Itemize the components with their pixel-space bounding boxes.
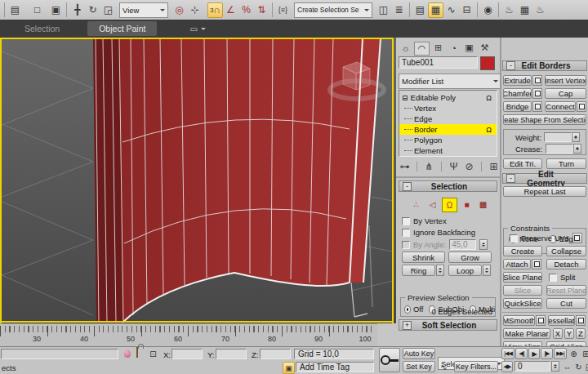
stack-row-element[interactable]: Element [399, 145, 497, 156]
ring-spinner[interactable] [436, 265, 444, 276]
extrude-button[interactable]: Extrude [503, 75, 532, 86]
edge-subobject-icon[interactable]: ◁ [425, 198, 439, 211]
notification-balloon-icon[interactable] [124, 350, 131, 358]
remove-modifier-icon[interactable]: ⊘ [463, 161, 475, 172]
make-planar-z-button[interactable]: Z [576, 328, 586, 339]
soft-selection-rollout-header[interactable]: + Soft Selection [399, 319, 497, 331]
set-keys-button[interactable] [379, 348, 400, 372]
maxscript-mini-listener[interactable] [1, 349, 118, 359]
named-selection-sets-dropdown[interactable]: Create Selection Se [294, 2, 372, 18]
zoom-icon[interactable]: ⊕ [568, 348, 580, 359]
slice-button[interactable]: Slice [503, 285, 542, 296]
modify-tab-icon[interactable]: ◠ [414, 42, 430, 56]
make-planar-x-button[interactable]: X [553, 328, 563, 339]
edit-tri-button[interactable]: Edit Tri. [503, 158, 542, 169]
select-and-scale-icon[interactable]: ◲ [100, 2, 116, 18]
preserve-uvs-settings-button[interactable] [572, 233, 582, 243]
quickslice-button[interactable]: QuickSlice [503, 298, 542, 309]
goto-start-button[interactable]: |◀◀ [501, 348, 514, 359]
loop-button[interactable]: Loop [448, 265, 482, 276]
frame-spinner[interactable] [551, 361, 559, 372]
mirror-icon[interactable]: ◫ [376, 2, 391, 18]
preserve-uvs-checkbox[interactable] [510, 234, 518, 243]
attach-button[interactable]: Attach [503, 259, 531, 269]
previous-frame-button[interactable]: ◀|| [515, 348, 528, 359]
crease-field[interactable] [546, 144, 573, 154]
crease-spinner[interactable] [573, 144, 581, 154]
rendered-frame-window-icon[interactable]: ▦ [517, 2, 532, 18]
render-setup-icon[interactable]: ♨ [501, 2, 517, 18]
create-tab-icon[interactable]: ☼ [399, 42, 412, 54]
tessellate-button[interactable]: Tessellate [548, 315, 575, 326]
connect-settings-button[interactable] [577, 101, 586, 112]
pan-icon[interactable]: ⇔ [561, 361, 573, 372]
display-tab-icon[interactable]: ▣ [462, 42, 476, 54]
create-shape-button[interactable]: Create Shape From Selection [503, 114, 586, 125]
split-checkbox[interactable] [549, 274, 557, 282]
reference-coordinate-dropdown[interactable]: View [119, 2, 168, 18]
next-frame-button[interactable]: ||▶ [541, 348, 553, 359]
time-tag-icon[interactable]: ▣ [283, 362, 295, 374]
auto-key-button[interactable]: Auto Key [403, 348, 435, 359]
select-and-rotate-icon[interactable]: ↻ [85, 2, 100, 18]
configure-modifier-sets-icon[interactable]: ⊞ [488, 161, 500, 172]
play-button[interactable]: ▶ [528, 348, 540, 359]
weight-spinner[interactable] [572, 132, 580, 142]
rectangular-selection-icon[interactable]: □ [29, 2, 45, 18]
spinner-snap-icon[interactable]: ⇅ [254, 2, 270, 18]
stack-row-edge[interactable]: Edge [399, 114, 497, 124]
ring-button[interactable]: Ring [402, 265, 435, 276]
material-editor-icon[interactable]: ◉ [480, 2, 496, 18]
chamfer-settings-button[interactable] [532, 88, 542, 99]
bridge-button[interactable]: Bridge [503, 101, 532, 112]
cap-button[interactable]: Cap [545, 88, 586, 99]
y-coordinate-field[interactable] [216, 349, 247, 359]
tessellate-settings-button[interactable] [576, 315, 586, 326]
current-frame-field[interactable]: 0 [514, 361, 550, 372]
goto-end-button[interactable]: ▶▶| [554, 348, 567, 359]
timeline-ruler[interactable]: 30 40 50 60 70 80 90 100 [0, 323, 377, 347]
create-button[interactable]: Create [503, 246, 542, 256]
key-filters-button[interactable]: Key Filters... [454, 361, 498, 372]
make-planar-y-button[interactable]: Y [564, 328, 574, 339]
utilities-tab-icon[interactable]: ⚒ [478, 42, 492, 54]
turn-button[interactable]: Turn [546, 158, 586, 169]
ribbon-minimize-button[interactable]: ▭ [189, 24, 205, 33]
pin-stack-icon[interactable]: ⊶ [399, 161, 411, 172]
reset-plane-button[interactable]: Reset Plane [546, 285, 586, 296]
zoom-extents-all-icon[interactable]: ⊞ [580, 348, 588, 359]
layer-manager-icon[interactable]: ▤ [412, 2, 428, 18]
cut-button[interactable]: Cut [546, 298, 586, 309]
tab-selection[interactable]: Selection [13, 21, 71, 36]
hierarchy-tab-icon[interactable]: ⊞ [431, 42, 445, 54]
msmooth-button[interactable]: MSmooth [503, 315, 535, 326]
add-time-tag[interactable]: Add Time Tag [296, 362, 374, 372]
loop-spinner[interactable] [483, 265, 491, 276]
edit-borders-rollout-header[interactable]: - Edit Borders [502, 60, 587, 71]
render-production-icon[interactable]: ♨ [532, 2, 548, 18]
edit-named-selection-sets-icon[interactable]: {≡} [275, 2, 291, 18]
bridge-settings-button[interactable] [532, 101, 542, 112]
ignore-backfacing-checkbox[interactable] [402, 229, 410, 237]
graphite-ribbon-toggle-icon[interactable]: ▦ [428, 2, 443, 18]
chamfer-button[interactable]: Chamfer [503, 88, 532, 99]
schematic-view-icon[interactable]: ⊟ [459, 2, 474, 18]
vertex-subobject-icon[interactable]: ∴ [409, 198, 423, 211]
select-by-name-icon[interactable]: ▤ [7, 2, 23, 18]
motion-tab-icon[interactable]: ◔ [447, 42, 461, 54]
border-subobject-icon[interactable]: Ω [442, 198, 457, 212]
z-coordinate-field[interactable] [260, 349, 291, 359]
collapse-button[interactable]: Collapse [546, 246, 586, 256]
stack-row-vertex[interactable]: Vertex [399, 103, 497, 114]
edit-geometry-rollout-header[interactable]: - Edit Geometry [502, 173, 587, 184]
curve-editor-icon[interactable]: ∿ [443, 2, 459, 18]
msmooth-settings-button[interactable] [536, 315, 546, 326]
use-pivot-center-icon[interactable]: ◎ [172, 2, 187, 18]
stack-row-editable-poly[interactable]: ⊟ Editable Poly Ω [399, 92, 497, 103]
by-angle-spinner[interactable] [479, 239, 488, 250]
select-and-move-icon[interactable]: ╋ [69, 2, 85, 18]
by-angle-field[interactable]: 45,0 [449, 239, 476, 250]
key-mode-toggle[interactable]: ◀▶ [501, 361, 513, 372]
slice-plane-button[interactable]: Slice Plane [503, 272, 542, 283]
element-subobject-icon[interactable]: ▩ [476, 198, 490, 211]
